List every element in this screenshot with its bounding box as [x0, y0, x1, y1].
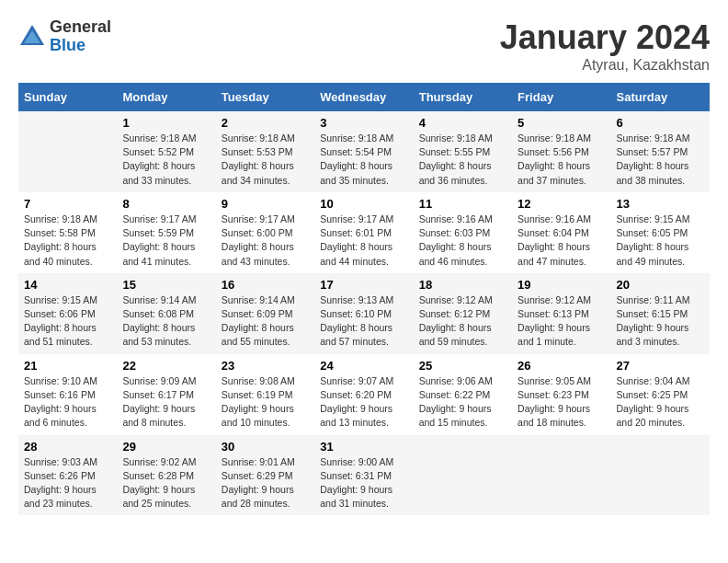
day-info: Sunrise: 9:17 AMSunset: 6:00 PMDaylight:…	[222, 213, 295, 267]
day-cell: 4Sunrise: 9:18 AMSunset: 5:55 PMDaylight…	[414, 111, 512, 192]
week-row-3: 14Sunrise: 9:15 AMSunset: 6:06 PMDayligh…	[18, 273, 710, 354]
logo: General Blue	[18, 18, 111, 55]
day-cell: 21Sunrise: 9:10 AMSunset: 6:16 PMDayligh…	[18, 354, 117, 435]
day-number: 31	[320, 440, 407, 454]
day-info: Sunrise: 9:00 AMSunset: 6:31 PMDaylight:…	[320, 456, 393, 510]
day-info: Sunrise: 9:14 AMSunset: 6:09 PMDaylight:…	[222, 294, 295, 348]
day-number: 8	[122, 197, 210, 211]
page-header: General Blue January 2024 Atyrau, Kazakh…	[18, 18, 710, 74]
day-info: Sunrise: 9:12 AMSunset: 6:12 PMDaylight:…	[419, 294, 493, 348]
day-number: 28	[24, 440, 111, 454]
day-cell: 14Sunrise: 9:15 AMSunset: 6:06 PMDayligh…	[18, 273, 117, 354]
day-info: Sunrise: 9:18 AMSunset: 5:56 PMDaylight:…	[518, 132, 591, 186]
day-info: Sunrise: 9:04 AMSunset: 6:25 PMDaylight:…	[617, 375, 690, 429]
day-info: Sunrise: 9:16 AMSunset: 6:03 PMDaylight:…	[419, 213, 493, 267]
day-info: Sunrise: 9:18 AMSunset: 5:58 PMDaylight:…	[24, 213, 97, 267]
day-number: 5	[518, 116, 605, 130]
day-number: 7	[24, 197, 111, 211]
day-number: 2	[222, 116, 309, 130]
day-cell: 30Sunrise: 9:01 AMSunset: 6:29 PMDayligh…	[216, 435, 314, 516]
day-cell: 3Sunrise: 9:18 AMSunset: 5:54 PMDaylight…	[314, 111, 413, 192]
day-cell: 9Sunrise: 9:17 AMSunset: 6:00 PMDaylight…	[216, 192, 314, 273]
day-info: Sunrise: 9:15 AMSunset: 6:06 PMDaylight:…	[24, 294, 97, 348]
week-row-2: 7Sunrise: 9:18 AMSunset: 5:58 PMDaylight…	[18, 192, 710, 273]
day-cell: 16Sunrise: 9:14 AMSunset: 6:09 PMDayligh…	[216, 273, 314, 354]
day-number: 21	[24, 359, 111, 373]
day-cell: 15Sunrise: 9:14 AMSunset: 6:08 PMDayligh…	[117, 273, 215, 354]
day-info: Sunrise: 9:16 AMSunset: 6:04 PMDaylight:…	[518, 213, 591, 267]
day-cell	[414, 435, 512, 516]
day-info: Sunrise: 9:11 AMSunset: 6:15 PMDaylight:…	[617, 294, 690, 348]
day-cell	[512, 435, 610, 516]
header-day-tuesday: Tuesday	[216, 83, 314, 111]
day-cell: 26Sunrise: 9:05 AMSunset: 6:23 PMDayligh…	[512, 354, 610, 435]
calendar-header: SundayMondayTuesdayWednesdayThursdayFrid…	[18, 83, 710, 111]
day-cell: 24Sunrise: 9:07 AMSunset: 6:20 PMDayligh…	[314, 354, 413, 435]
day-info: Sunrise: 9:06 AMSunset: 6:22 PMDaylight:…	[419, 375, 493, 429]
day-info: Sunrise: 9:18 AMSunset: 5:57 PMDaylight:…	[617, 132, 690, 186]
day-number: 24	[320, 359, 407, 373]
day-number: 26	[518, 359, 605, 373]
day-number: 1	[122, 116, 210, 130]
day-number: 9	[222, 197, 309, 211]
day-info: Sunrise: 9:09 AMSunset: 6:17 PMDaylight:…	[122, 375, 196, 429]
day-number: 4	[419, 116, 506, 130]
day-cell: 18Sunrise: 9:12 AMSunset: 6:12 PMDayligh…	[414, 273, 512, 354]
day-cell: 29Sunrise: 9:02 AMSunset: 6:28 PMDayligh…	[117, 435, 215, 516]
day-number: 17	[320, 278, 407, 292]
calendar-table: SundayMondayTuesdayWednesdayThursdayFrid…	[18, 83, 710, 515]
day-cell: 31Sunrise: 9:00 AMSunset: 6:31 PMDayligh…	[314, 435, 413, 516]
day-info: Sunrise: 9:17 AMSunset: 5:59 PMDaylight:…	[122, 213, 196, 267]
header-day-wednesday: Wednesday	[314, 83, 413, 111]
day-info: Sunrise: 9:03 AMSunset: 6:26 PMDaylight:…	[24, 456, 97, 510]
day-info: Sunrise: 9:10 AMSunset: 6:16 PMDaylight:…	[24, 375, 97, 429]
month-title: January 2024	[500, 18, 710, 57]
day-number: 10	[320, 197, 407, 211]
day-cell: 22Sunrise: 9:09 AMSunset: 6:17 PMDayligh…	[117, 354, 215, 435]
day-info: Sunrise: 9:18 AMSunset: 5:52 PMDaylight:…	[122, 132, 196, 186]
day-info: Sunrise: 9:08 AMSunset: 6:19 PMDaylight:…	[222, 375, 295, 429]
calendar-body: 1Sunrise: 9:18 AMSunset: 5:52 PMDaylight…	[18, 111, 710, 515]
location: Atyrau, Kazakhstan	[500, 57, 710, 74]
day-number: 20	[617, 278, 704, 292]
header-day-sunday: Sunday	[18, 83, 117, 111]
day-cell: 7Sunrise: 9:18 AMSunset: 5:58 PMDaylight…	[18, 192, 117, 273]
day-cell: 5Sunrise: 9:18 AMSunset: 5:56 PMDaylight…	[512, 111, 610, 192]
day-number: 19	[518, 278, 605, 292]
day-info: Sunrise: 9:15 AMSunset: 6:05 PMDaylight:…	[617, 213, 690, 267]
day-cell: 20Sunrise: 9:11 AMSunset: 6:15 PMDayligh…	[611, 273, 710, 354]
day-number: 3	[320, 116, 407, 130]
day-cell	[18, 111, 117, 192]
day-cell: 12Sunrise: 9:16 AMSunset: 6:04 PMDayligh…	[512, 192, 610, 273]
header-day-friday: Friday	[512, 83, 610, 111]
day-number: 23	[222, 359, 309, 373]
day-number: 16	[222, 278, 309, 292]
logo-icon	[18, 23, 46, 51]
day-cell: 17Sunrise: 9:13 AMSunset: 6:10 PMDayligh…	[314, 273, 413, 354]
header-day-monday: Monday	[117, 83, 215, 111]
header-row: SundayMondayTuesdayWednesdayThursdayFrid…	[18, 83, 710, 111]
day-info: Sunrise: 9:07 AMSunset: 6:20 PMDaylight:…	[320, 375, 393, 429]
day-info: Sunrise: 9:05 AMSunset: 6:23 PMDaylight:…	[518, 375, 591, 429]
day-cell: 2Sunrise: 9:18 AMSunset: 5:53 PMDaylight…	[216, 111, 314, 192]
day-number: 25	[419, 359, 506, 373]
day-cell: 11Sunrise: 9:16 AMSunset: 6:03 PMDayligh…	[414, 192, 512, 273]
header-day-thursday: Thursday	[414, 83, 512, 111]
day-cell: 8Sunrise: 9:17 AMSunset: 5:59 PMDaylight…	[117, 192, 215, 273]
week-row-4: 21Sunrise: 9:10 AMSunset: 6:16 PMDayligh…	[18, 354, 710, 435]
day-info: Sunrise: 9:14 AMSunset: 6:08 PMDaylight:…	[122, 294, 196, 348]
day-cell: 28Sunrise: 9:03 AMSunset: 6:26 PMDayligh…	[18, 435, 117, 516]
day-info: Sunrise: 9:18 AMSunset: 5:54 PMDaylight:…	[320, 132, 393, 186]
title-block: January 2024 Atyrau, Kazakhstan	[500, 18, 710, 74]
day-cell: 23Sunrise: 9:08 AMSunset: 6:19 PMDayligh…	[216, 354, 314, 435]
day-info: Sunrise: 9:02 AMSunset: 6:28 PMDaylight:…	[122, 456, 196, 510]
day-info: Sunrise: 9:17 AMSunset: 6:01 PMDaylight:…	[320, 213, 393, 267]
day-info: Sunrise: 9:12 AMSunset: 6:13 PMDaylight:…	[518, 294, 591, 348]
day-cell: 10Sunrise: 9:17 AMSunset: 6:01 PMDayligh…	[314, 192, 413, 273]
day-info: Sunrise: 9:13 AMSunset: 6:10 PMDaylight:…	[320, 294, 393, 348]
day-cell: 1Sunrise: 9:18 AMSunset: 5:52 PMDaylight…	[117, 111, 215, 192]
day-number: 30	[222, 440, 309, 454]
day-info: Sunrise: 9:01 AMSunset: 6:29 PMDaylight:…	[222, 456, 295, 510]
day-number: 6	[617, 116, 704, 130]
day-number: 11	[419, 197, 506, 211]
